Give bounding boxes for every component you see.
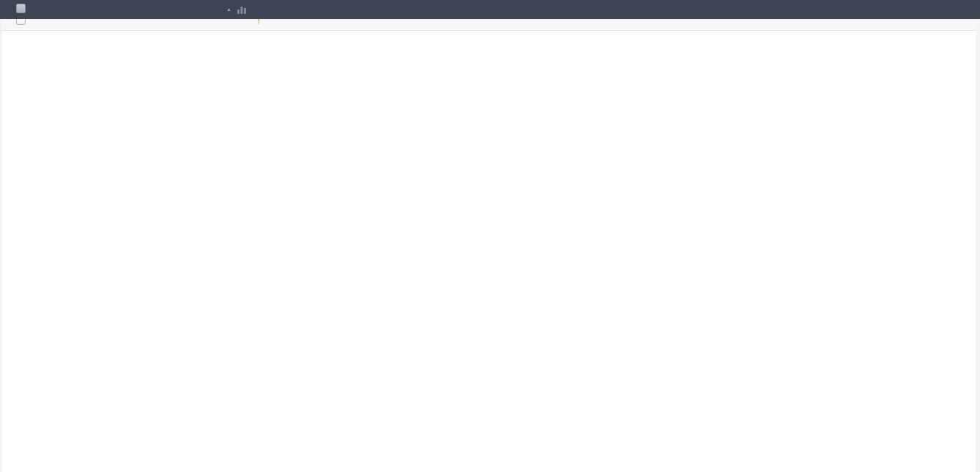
column-header-position[interactable]: ▲: [224, 6, 277, 14]
rank-tracker-screen: ↑ ▲: [0, 0, 980, 472]
select-all-checkbox[interactable]: [16, 4, 26, 13]
positions-chart-icon[interactable]: [237, 6, 246, 14]
left-gutter: [0, 19, 2, 472]
table-header: ▲: [0, 0, 980, 19]
scrollbar-track: [976, 19, 980, 472]
sort-asc-caret-icon: ▲: [226, 7, 231, 12]
